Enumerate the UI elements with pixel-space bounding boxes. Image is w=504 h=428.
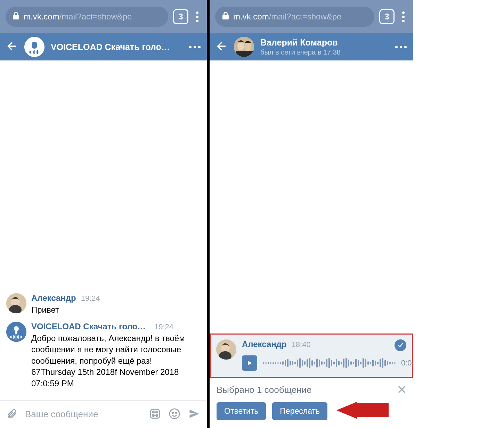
emoji-icon[interactable] [169,408,180,421]
tabs-button[interactable]: 3 [173,9,188,24]
avatar[interactable] [216,339,236,360]
chat-menu-icon[interactable] [395,46,407,48]
svg-point-29 [156,414,157,416]
voice-duration: 0:04 [401,359,413,368]
chat-header: Валерий Комаров был в сети вчера в 17:38 [210,33,413,60]
close-selection-icon[interactable] [397,385,407,396]
browser-menu-icon[interactable] [193,9,201,25]
selected-check-icon[interactable] [395,339,406,351]
message-text: Привет [31,304,201,315]
pane-divider [207,0,210,428]
message-sender: Александр [31,293,76,303]
chat-avatar[interactable] [24,37,44,57]
message-time: 19:24 [81,294,100,303]
url-path: /mail?act=show&pe [59,12,132,22]
voice-message-selected[interactable]: Александр 18:40 0:04 [210,334,413,378]
play-button[interactable] [242,355,257,371]
svg-point-28 [152,414,154,416]
svg-rect-15 [15,331,17,334]
left-pane: m.vk.com/mail?act=show&pe 3 [0,0,207,428]
tabs-button[interactable]: 3 [379,9,395,24]
dice-icon[interactable] [149,408,161,421]
selection-count: Выбрано 1 сообщение [217,385,406,395]
svg-point-14 [14,326,19,331]
avatar[interactable] [6,322,26,342]
svg-point-35 [244,42,251,51]
back-icon[interactable] [6,40,18,54]
back-icon[interactable] [216,40,228,54]
chat-subtitle: был в сети вчера в 17:38 [260,48,389,56]
messages-area[interactable]: Александр 19:24 Привет [0,60,207,400]
svg-point-31 [172,412,173,413]
avatar[interactable] [6,293,26,313]
voice-player: 0:04 [242,355,413,371]
svg-point-1 [33,43,36,46]
svg-point-27 [156,411,157,413]
message-item[interactable]: VOICELOAD Скачать голосовое с… 19:24 Доб… [6,322,201,389]
svg-point-34 [237,41,244,50]
browser-bar: m.vk.com/mail?act=show&pe 3 [210,0,413,33]
message-time: 18:40 [292,340,311,349]
url-domain: m.vk.com [233,12,269,22]
svg-point-30 [170,409,179,418]
message-sender: VOICELOAD Скачать голосовое с… [31,322,149,331]
page-margin [413,0,504,428]
svg-point-32 [176,412,177,413]
svg-point-26 [152,411,154,413]
chat-title: Валерий Комаров [260,38,389,48]
browser-bar: m.vk.com/mail?act=show&pe 3 [0,0,207,33]
message-item[interactable]: Александр 19:24 Привет [6,293,201,315]
waveform[interactable] [263,357,396,369]
chat-title: VOICELOAD Скачать голо… [51,42,183,52]
reply-button[interactable]: Ответить [217,402,266,420]
message-sender: Александр [242,339,287,349]
url-domain: m.vk.com [24,12,59,22]
url-path: /mail?act=show&pe [269,12,342,22]
right-pane: m.vk.com/mail?act=show&pe 3 Валерий Кома… [210,0,413,428]
attach-icon[interactable] [6,408,17,421]
lock-icon [222,11,229,22]
url-bar[interactable]: m.vk.com/mail?act=show&pe [6,7,168,27]
chat-header-titles[interactable]: VOICELOAD Скачать голо… [51,42,183,52]
composer: Ваше сообщение [0,400,207,428]
send-icon[interactable] [188,408,201,421]
messages-area[interactable]: Александр 18:40 0:04 [210,60,413,378]
chat-avatar[interactable] [234,37,254,57]
chat-header-titles[interactable]: Валерий Комаров был в сети вчера в 17:38 [260,38,389,56]
highlight-arrow-icon [336,402,389,420]
browser-menu-icon[interactable] [399,9,407,25]
url-bar[interactable]: m.vk.com/mail?act=show&pe [215,7,374,27]
svg-rect-36 [236,51,253,57]
chat-menu-icon[interactable] [189,46,201,48]
svg-marker-40 [336,402,389,419]
message-text: Добро пожаловать, Александр! в твоём соо… [31,333,201,389]
message-input[interactable]: Ваше сообщение [25,409,141,420]
svg-rect-25 [151,409,160,418]
chat-header: VOICELOAD Скачать голо… [0,33,207,60]
selection-bar: Выбрано 1 сообщение Ответить Переслать [210,378,413,428]
lock-icon [13,11,19,22]
message-time: 19:24 [154,322,173,331]
forward-button[interactable]: Переслать [272,402,327,420]
